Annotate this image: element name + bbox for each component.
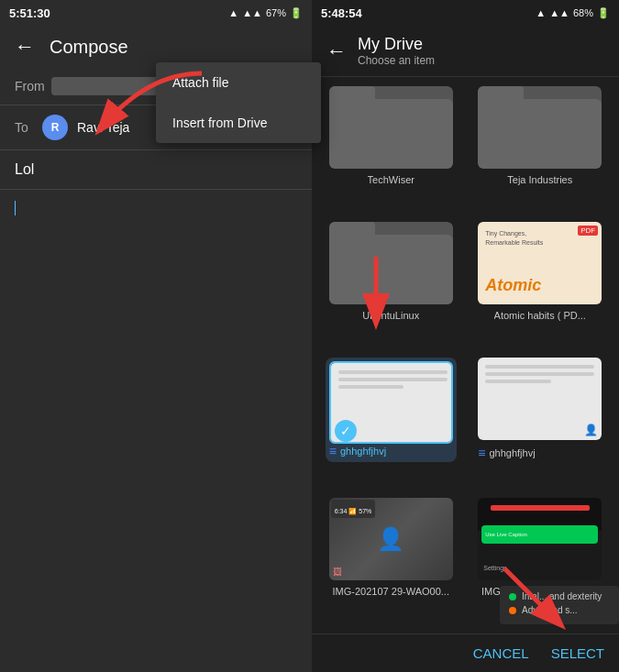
list-item[interactable]: ✓ ≡ ghhghfjhvj xyxy=(321,358,461,490)
wifi-icon: ▲ xyxy=(228,7,238,18)
signal-icon-right: ▲▲ xyxy=(549,7,569,18)
img1-thumb: 👤 6:34 📶 57% 🖼 xyxy=(329,498,453,580)
drive-panel: 5:48:54 ▲ ▲▲ 68% 🔋 ← My Drive Choose an … xyxy=(312,0,619,672)
battery-right: 68% xyxy=(573,7,593,18)
selected-doc-thumb: ✓ xyxy=(329,361,453,444)
techwiser-thumb xyxy=(329,86,453,169)
status-bar-right: 5:48:54 ▲ ▲▲ 68% 🔋 xyxy=(312,0,619,26)
doc-icon: ✓ xyxy=(331,363,453,444)
battery-icon-right: 🔋 xyxy=(597,7,610,19)
cancel-button[interactable]: Cancel xyxy=(473,645,529,661)
person-icon: 👤 xyxy=(584,424,598,436)
time-right: 5:48:54 xyxy=(321,6,362,20)
access-label-2: Advanced s... xyxy=(522,605,578,615)
select-button[interactable]: Select xyxy=(551,645,604,661)
list-item[interactable]: UbuntuLinux xyxy=(321,222,461,348)
image-icon: 👤 6:34 📶 57% 🖼 xyxy=(329,498,453,580)
attach-file-option[interactable]: Attach file xyxy=(156,62,321,103)
drive-title: My Drive xyxy=(358,35,435,54)
bottom-bar: Cancel Select xyxy=(312,633,619,672)
from-label: From xyxy=(15,79,51,94)
battery-icon: 🔋 xyxy=(290,7,303,19)
subject-field[interactable]: Lol xyxy=(0,150,312,190)
folder-icon xyxy=(478,86,602,169)
settings-text: Settings xyxy=(483,565,506,571)
green-dot xyxy=(509,593,516,600)
access-label-1: Intel... and dexterity xyxy=(522,591,602,601)
item-label: IMG-202107 29-WAO00... xyxy=(333,586,449,597)
accessibility-bar: Intel... and dexterity Advanced s... xyxy=(500,586,619,624)
status-icons-right: ▲ ▲▲ 68% 🔋 xyxy=(536,7,610,19)
drive-back-button[interactable]: ← xyxy=(326,39,347,63)
time-left: 5:51:30 xyxy=(9,6,50,20)
attachment-dropdown: Attach file Insert from Drive xyxy=(156,62,321,143)
item-label: Atomic habits ( PD... xyxy=(494,310,586,321)
list-item[interactable]: 👤 ≡ ghhghfjhvj xyxy=(470,358,611,490)
item-label: UbuntuLinux xyxy=(362,310,419,321)
image-file-icon: 🖼 xyxy=(333,567,342,577)
doc2-thumb: 👤 xyxy=(478,358,602,440)
doc-file-icon: ≡ xyxy=(329,444,337,458)
cursor xyxy=(15,201,16,215)
item-label: Teja Industries xyxy=(507,174,572,185)
drive-header: ← My Drive Choose an item xyxy=(312,26,619,77)
selected-bg: ✓ ≡ ghhghfjhvj xyxy=(326,358,457,462)
to-label: To xyxy=(15,120,33,135)
back-button[interactable]: ← xyxy=(15,35,35,59)
list-item[interactable]: Tiny Changes,Remarkable Results PDF Atom… xyxy=(470,222,611,348)
atomic-text: Atomic xyxy=(485,276,594,295)
screenshot-icon: Use Live Caption Settings xyxy=(478,498,602,580)
signal-icon: ▲▲ xyxy=(242,7,262,18)
caption-text: Use Live Caption xyxy=(485,532,527,537)
check-icon: ✓ xyxy=(335,420,357,442)
screenshot-thumb: Use Live Caption Settings xyxy=(478,498,602,580)
teja-thumb xyxy=(478,86,602,169)
compose-title: Compose xyxy=(50,37,128,58)
ubuntu-thumb xyxy=(329,222,453,304)
folder-icon xyxy=(329,222,453,304)
drive-subtitle: Choose an item xyxy=(358,54,435,67)
list-item[interactable]: Teja Industries xyxy=(470,86,611,213)
avatar: R xyxy=(42,115,68,140)
folder-icon xyxy=(329,86,453,169)
doc-icon: 👤 xyxy=(478,358,602,440)
list-item[interactable]: 👤 6:34 📶 57% 🖼 IMG-202107 29-WAO00... xyxy=(321,498,461,624)
status-bar-left: 5:51:30 ▲ ▲▲ 67% 🔋 xyxy=(0,0,312,26)
atomic-thumb: Tiny Changes,Remarkable Results PDF Atom… xyxy=(478,222,602,304)
access-item-1: Intel... and dexterity xyxy=(509,591,610,601)
item-label: ghhghfjhvj xyxy=(340,446,386,457)
body-field[interactable] xyxy=(0,190,312,672)
wifi-icon-right: ▲ xyxy=(536,7,546,18)
item-label: ghhghfjhvj xyxy=(489,447,535,458)
doc-file-icon: ≡ xyxy=(478,446,485,460)
caption-bar: Use Live Caption xyxy=(481,525,598,544)
access-item-2: Advanced s... xyxy=(509,605,610,615)
orange-dot xyxy=(509,607,516,614)
doc-label-row: ≡ ghhghfjhvj xyxy=(329,444,453,458)
timestamp: 6:34 📶 57% xyxy=(335,508,372,514)
item-label: TechWiser xyxy=(368,174,415,185)
pdf-icon: Tiny Changes,Remarkable Results PDF Atom… xyxy=(478,222,602,304)
insert-from-drive-option[interactable]: Insert from Drive xyxy=(156,103,321,143)
list-item[interactable]: TechWiser xyxy=(321,86,461,213)
battery-left: 67% xyxy=(266,7,286,18)
drive-title-block: My Drive Choose an item xyxy=(358,35,435,67)
status-icons-left: ▲ ▲▲ 67% 🔋 xyxy=(228,7,303,19)
doc2-label-row: ≡ ghhghfjhvj xyxy=(478,446,602,460)
pdf-badge: PDF xyxy=(578,226,598,236)
person-silhouette: 👤 xyxy=(377,526,404,552)
drive-grid: TechWiser Teja Industries UbuntuLinux xyxy=(312,77,619,633)
